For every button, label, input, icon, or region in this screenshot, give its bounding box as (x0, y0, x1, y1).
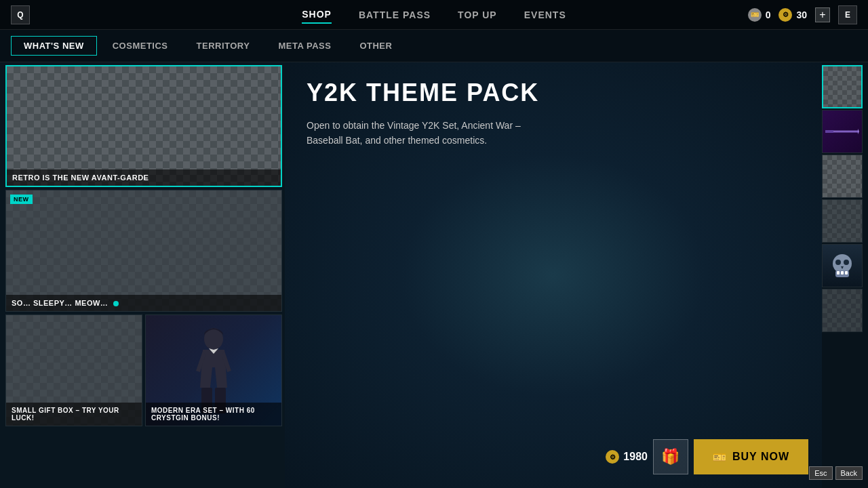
sub-tabs: WHAT'S NEW COSMETICS TERRITORY META PASS… (0, 30, 868, 62)
svg-rect-12 (845, 271, 848, 274)
back-button[interactable]: Back (835, 466, 863, 480)
item-list: RETRO IS THE NEW AVANT-GARDE NEW SO… SLE… (0, 62, 285, 488)
currency-box-1: 🎫 0 (748, 8, 771, 22)
thumb-2[interactable] (822, 110, 863, 153)
escape-bar: Esc Back (809, 466, 863, 480)
svg-marker-4 (858, 129, 859, 134)
tab-cosmetics[interactable]: COSMETICS (100, 36, 181, 56)
add-currency-button[interactable]: + (815, 7, 830, 22)
buy-now-button[interactable]: 🎫 BUY NOW (694, 439, 808, 474)
tab-other[interactable]: OTHER (347, 36, 405, 56)
currency-value-2: 30 (796, 9, 807, 20)
item-card-2-label: SO… SLEEPY… MEOW… (6, 295, 281, 311)
esc-button[interactable]: Esc (809, 466, 832, 480)
character-image (186, 327, 241, 415)
item-card-3a[interactable]: SMALL GIFT BOX – TRY YOUR LUCK! (5, 314, 142, 426)
thumb-1[interactable] (822, 65, 863, 108)
item-card-1[interactable]: RETRO IS THE NEW AVANT-GARDE (5, 65, 282, 187)
main-content: RETRO IS THE NEW AVANT-GARDE NEW SO… SLE… (0, 62, 868, 488)
nav-items: SHOP BATTLE PASS TOP UP EVENTS (302, 6, 566, 24)
item-card-3b-label: MODERN ERA SET – WITH 60 CRYSTGIN BONUS! (146, 403, 281, 426)
svg-rect-11 (841, 271, 844, 274)
svg-point-8 (844, 260, 849, 265)
price-icon: ⚙ (606, 450, 619, 464)
weapon-svg (825, 126, 859, 137)
currency-value-1: 0 (766, 9, 771, 20)
nav-shop[interactable]: SHOP (302, 6, 332, 24)
currency-icon-2: ⚙ (778, 8, 792, 22)
buy-icon: 🎫 (713, 451, 727, 464)
currency-icon-1: 🎫 (748, 8, 762, 22)
left-icon-btn[interactable]: Q (11, 5, 30, 24)
svg-point-6 (833, 254, 852, 273)
e-icon[interactable]: E (838, 5, 857, 24)
tab-meta-pass[interactable]: META PASS (265, 36, 344, 56)
top-right-area: 🎫 0 ⚙ 30 + E (748, 5, 857, 24)
nav-top-up[interactable]: TOP UP (458, 7, 497, 23)
tab-whats-new[interactable]: WHAT'S NEW (11, 36, 97, 56)
price-value: 1980 (623, 451, 648, 463)
detail-title: Y2K THEME PACK (307, 79, 800, 107)
skull-svg (830, 253, 854, 279)
svg-rect-10 (837, 271, 840, 274)
thumb-5[interactable] (822, 244, 863, 287)
price-display: ⚙ 1980 (606, 450, 648, 464)
item-card-3a-label: SMALL GIFT BOX – TRY YOUR LUCK! (6, 403, 142, 426)
nav-events[interactable]: EVENTS (524, 7, 566, 23)
buy-bar: ⚙ 1980 🎁 🎫 BUY NOW (606, 439, 808, 474)
item-card-3b[interactable]: MODERN ERA SET – WITH 60 CRYSTGIN BONUS! (145, 314, 282, 426)
detail-description: Open to obtain the Vintage Y2K Set, Anci… (307, 118, 524, 148)
currency-box-2: ⚙ 30 (778, 8, 807, 22)
item-card-2[interactable]: NEW SO… SLEEPY… MEOW… (5, 190, 282, 312)
svg-rect-5 (825, 130, 833, 133)
q-icon[interactable]: Q (11, 5, 30, 24)
thumb-3[interactable] (822, 155, 863, 198)
gift-button[interactable]: 🎁 (653, 439, 688, 474)
svg-point-7 (835, 260, 841, 265)
new-badge-2: NEW (10, 195, 33, 204)
top-nav: Q SHOP BATTLE PASS TOP UP EVENTS 🎫 0 ⚙ 3… (0, 0, 868, 30)
thumb-6[interactable] (822, 289, 863, 332)
item-card-1-label: RETRO IS THE NEW AVANT-GARDE (7, 169, 281, 186)
nav-battle-pass[interactable]: BATTLE PASS (359, 7, 431, 23)
detail-area: Y2K THEME PACK Open to obtain the Vintag… (285, 62, 822, 488)
thumbnail-strip (822, 62, 868, 488)
tab-territory[interactable]: TERRITORY (184, 36, 263, 56)
item-card-row: SMALL GIFT BOX – TRY YOUR LUCK! (5, 314, 282, 426)
thumb-4[interactable] (822, 199, 863, 243)
buy-label: BUY NOW (732, 451, 789, 463)
